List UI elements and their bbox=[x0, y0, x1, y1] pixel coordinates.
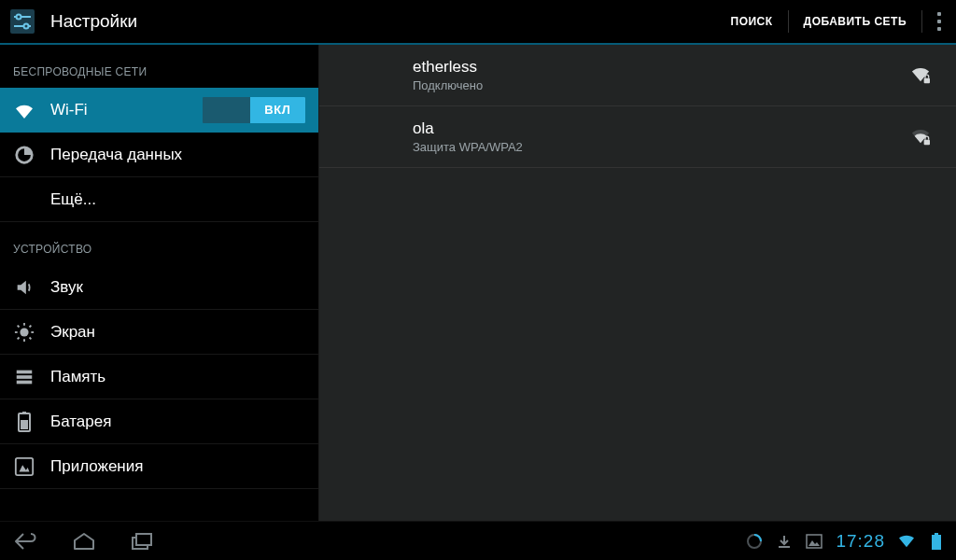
sidebar-item-label: Ещё... bbox=[50, 190, 305, 209]
sidebar-item-more[interactable]: Ещё... bbox=[0, 177, 318, 222]
section-header-device: УСТРОЙСТВО bbox=[0, 222, 318, 265]
svg-line-11 bbox=[18, 325, 20, 327]
svg-line-14 bbox=[30, 325, 32, 327]
sidebar-item-label: Передача данных bbox=[50, 146, 305, 164]
svg-rect-23 bbox=[924, 139, 930, 144]
page-title: Настройки bbox=[50, 11, 716, 32]
section-header-wireless: БЕСПРОВОДНЫЕ СЕТИ bbox=[0, 45, 318, 88]
svg-rect-25 bbox=[136, 534, 151, 545]
svg-rect-17 bbox=[17, 380, 33, 384]
overflow-menu-button[interactable] bbox=[922, 0, 956, 43]
picture-icon bbox=[806, 533, 822, 550]
sidebar-item-apps[interactable]: Приложения bbox=[0, 444, 318, 489]
svg-rect-20 bbox=[21, 420, 28, 429]
toggle-on-label: ВКЛ bbox=[250, 97, 305, 123]
svg-point-2 bbox=[17, 15, 21, 20]
sound-icon bbox=[13, 276, 35, 299]
settings-sidebar: БЕСПРОВОДНЫЕ СЕТИ Wi-Fi ВКЛ Передача дан… bbox=[0, 45, 319, 521]
sidebar-item-label: Wi-Fi bbox=[50, 101, 203, 119]
wifi-toggle[interactable]: ВКЛ bbox=[203, 97, 305, 123]
network-status: Защита WPA/WPA2 bbox=[413, 140, 909, 154]
status-clock[interactable]: 17:28 bbox=[836, 531, 885, 552]
wifi-status-icon bbox=[898, 533, 915, 550]
home-button[interactable] bbox=[69, 530, 99, 553]
data-usage-icon bbox=[13, 144, 35, 166]
sidebar-item-label: Звук bbox=[50, 278, 305, 297]
display-icon bbox=[13, 321, 35, 343]
svg-point-6 bbox=[20, 328, 28, 336]
apps-icon bbox=[13, 455, 35, 478]
sidebar-item-label: Память bbox=[50, 368, 305, 386]
sidebar-item-data-usage[interactable]: Передача данных bbox=[0, 133, 318, 177]
svg-rect-15 bbox=[17, 370, 33, 373]
storage-icon bbox=[13, 366, 35, 388]
network-name: etherless bbox=[413, 58, 909, 77]
network-name: ola bbox=[413, 119, 909, 138]
sidebar-item-label: Приложения bbox=[50, 457, 305, 476]
back-button[interactable] bbox=[11, 530, 41, 553]
network-status: Подключено bbox=[413, 78, 909, 92]
sidebar-item-wifi[interactable]: Wi-Fi ВКЛ bbox=[0, 88, 318, 133]
wifi-network-item[interactable]: ola Защита WPA/WPA2 bbox=[319, 106, 956, 168]
download-icon bbox=[776, 533, 793, 550]
wifi-network-list: etherless Подключено ola Защита WPA/WPA2 bbox=[319, 45, 956, 521]
settings-icon bbox=[0, 0, 45, 44]
overflow-icon bbox=[937, 12, 941, 31]
sidebar-item-battery[interactable]: Батарея bbox=[0, 399, 318, 444]
add-network-action[interactable]: ДОБАВИТЬ СЕТЬ bbox=[789, 0, 921, 43]
svg-rect-21 bbox=[16, 457, 33, 474]
svg-point-4 bbox=[24, 24, 29, 29]
wifi-signal-secured-icon bbox=[909, 126, 932, 148]
sidebar-item-storage[interactable]: Память bbox=[0, 355, 318, 399]
svg-rect-22 bbox=[924, 77, 930, 82]
svg-rect-0 bbox=[10, 9, 35, 34]
sidebar-item-label: Батарея bbox=[50, 413, 305, 431]
sidebar-item-sound[interactable]: Звук bbox=[0, 265, 318, 310]
svg-rect-28 bbox=[935, 533, 938, 535]
sync-icon bbox=[746, 533, 763, 550]
svg-line-13 bbox=[18, 337, 20, 339]
svg-rect-29 bbox=[932, 535, 941, 550]
svg-rect-16 bbox=[17, 375, 33, 379]
svg-line-12 bbox=[30, 337, 32, 339]
recents-button[interactable] bbox=[127, 530, 157, 553]
system-navbar: 17:28 bbox=[0, 521, 956, 560]
sidebar-item-label: Экран bbox=[50, 323, 305, 342]
wifi-signal-secured-icon bbox=[909, 64, 932, 87]
search-action[interactable]: ПОИСК bbox=[716, 0, 788, 43]
battery-icon bbox=[13, 411, 35, 433]
sidebar-item-display[interactable]: Экран bbox=[0, 310, 318, 355]
wifi-network-item[interactable]: etherless Подключено bbox=[319, 45, 956, 106]
action-bar: Настройки ПОИСК ДОБАВИТЬ СЕТЬ bbox=[0, 0, 956, 45]
wifi-icon bbox=[13, 99, 35, 121]
battery-status-icon bbox=[928, 533, 945, 550]
